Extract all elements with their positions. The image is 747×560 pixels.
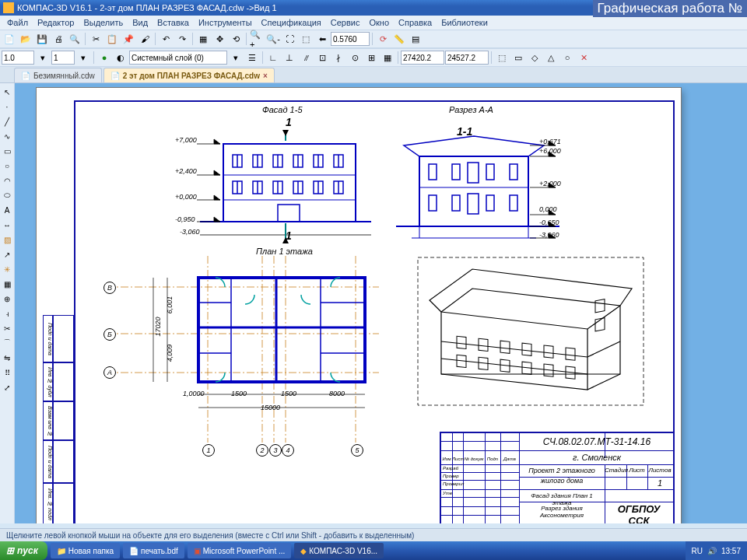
scale-icon[interactable]: ⤢ xyxy=(0,380,14,394)
tray-icon[interactable]: 🔊 xyxy=(707,547,717,555)
lang-indicator[interactable]: RU xyxy=(692,547,703,555)
undo-icon[interactable]: ↶ xyxy=(158,31,174,47)
zoom-window-icon[interactable]: ⬚ xyxy=(298,31,314,47)
layer-settings-icon[interactable]: ☰ xyxy=(244,50,260,65)
delete-icon[interactable]: ✕ xyxy=(576,50,591,65)
circle-icon[interactable]: ○ xyxy=(0,159,14,173)
measure-icon[interactable]: 📏 xyxy=(391,31,407,47)
text-icon[interactable]: A xyxy=(0,203,14,217)
layer-name-combo[interactable]: Системный слой (0) xyxy=(129,51,227,65)
clock[interactable]: 13:57 xyxy=(721,547,741,555)
mirror-icon[interactable]: ⇋ xyxy=(0,351,14,365)
layer-num-combo[interactable]: 1 xyxy=(51,51,75,65)
ellipse-icon[interactable]: ⬭ xyxy=(0,188,14,202)
spline-icon[interactable]: ∿ xyxy=(0,129,14,143)
canvas-area[interactable]: Фасад 1-5 Разрез А-А 1 1-1 1 План 1 этаж… xyxy=(15,83,747,523)
menu-edit[interactable]: Редактор xyxy=(33,17,78,28)
pan-icon[interactable]: ✥ xyxy=(212,31,227,47)
save-icon[interactable]: 💾 xyxy=(34,31,50,47)
menubar[interactable]: Файл Редактор Выделить Вид Вставка Инстр… xyxy=(0,16,747,30)
brush-icon[interactable]: 🖌 xyxy=(137,31,153,47)
hatch-icon[interactable]: ▨ xyxy=(0,233,14,247)
menu-file[interactable]: Файл xyxy=(3,17,32,28)
dropdown-icon[interactable]: ▾ xyxy=(75,50,91,65)
system-tray[interactable]: RU 🔊 13:57 xyxy=(686,541,747,560)
axis-icon[interactable]: ⊕ xyxy=(0,292,14,306)
zoom-fit-icon[interactable]: ⛶ xyxy=(282,31,297,47)
task-item-1[interactable]: 📁Новая папка xyxy=(51,543,120,558)
windows-icon: ⊞ xyxy=(6,545,14,556)
copy-icon[interactable]: 📋 xyxy=(104,31,120,47)
layer-toggle-icon[interactable]: ◐ xyxy=(113,50,128,65)
tb-col-5: Дата xyxy=(500,457,519,461)
constraint1-icon[interactable]: ⬚ xyxy=(494,50,510,65)
zoom-out-icon[interactable]: 🔍- xyxy=(265,31,281,47)
close-icon[interactable]: × xyxy=(263,72,268,80)
snap5-icon[interactable]: ∤ xyxy=(331,50,346,65)
arc-icon[interactable]: ◠ xyxy=(0,173,14,187)
snap6-icon[interactable]: ⊙ xyxy=(347,50,363,65)
constraint3-icon[interactable]: ◇ xyxy=(527,50,542,65)
snap1-icon[interactable]: ∟ xyxy=(265,50,281,65)
redo-icon[interactable]: ↷ xyxy=(174,31,190,47)
print-icon[interactable]: 🖨 xyxy=(51,31,66,47)
select-all-icon[interactable]: ▦ xyxy=(195,31,211,47)
doc-tab-2[interactable]: 📄 2 эт дом ПЛАН РАЗРЕЗ ФАСАД.cdw × xyxy=(103,68,275,82)
snap3-icon[interactable]: ⫽ xyxy=(298,50,314,65)
cursor-icon[interactable]: ↖ xyxy=(0,85,14,99)
layers-icon[interactable]: ▤ xyxy=(408,31,423,47)
rect-icon[interactable]: ▭ xyxy=(0,144,14,158)
start-button[interactable]: ⊞ пуск xyxy=(0,541,47,560)
dropdown-icon[interactable]: ▾ xyxy=(35,50,51,65)
separator xyxy=(262,51,263,64)
grid-icon[interactable]: ▦ xyxy=(380,50,395,65)
menu-libs[interactable]: Библиотеки xyxy=(437,17,492,28)
doc-tab-1[interactable]: 📄 Безимянный.cdw xyxy=(14,68,102,82)
menu-help[interactable]: Справка xyxy=(395,17,436,28)
array-icon[interactable]: ⠿ xyxy=(0,366,14,380)
snap2-icon[interactable]: ⊥ xyxy=(282,50,297,65)
menu-select[interactable]: Выделить xyxy=(79,17,127,28)
menu-insert[interactable]: Вставка xyxy=(153,17,193,28)
zoom-prev-icon[interactable]: ⬅ xyxy=(314,31,330,47)
break-icon[interactable]: ⫞ xyxy=(0,306,14,320)
constraint5-icon[interactable]: ○ xyxy=(559,50,575,65)
menu-tools[interactable]: Инструменты xyxy=(195,17,256,28)
task-item-2[interactable]: 📄печать.bdf xyxy=(123,543,184,558)
refresh-icon[interactable]: ⟳ xyxy=(375,31,391,47)
coord-y-input[interactable] xyxy=(445,51,489,65)
ortho-icon[interactable]: ⊞ xyxy=(363,50,379,65)
table-icon[interactable]: ▦ xyxy=(0,277,14,291)
new-icon[interactable]: 📄 xyxy=(2,31,17,47)
layer-color-icon[interactable]: ● xyxy=(96,50,112,65)
task-item-3[interactable]: ▣Microsoft PowerPoint ... xyxy=(188,543,292,558)
paste-icon[interactable]: 📌 xyxy=(121,31,136,47)
task-item-4[interactable]: ◆КОМПАС-3D V16... xyxy=(294,543,384,558)
line-icon[interactable]: ╱ xyxy=(0,114,14,128)
coord-x-input[interactable] xyxy=(401,51,444,65)
menu-view[interactable]: Вид xyxy=(128,17,152,28)
rotate-icon[interactable]: ⟲ xyxy=(228,31,244,47)
preview-icon[interactable]: 🔍 xyxy=(67,31,82,47)
fillet-icon[interactable]: ⌒ xyxy=(0,336,14,350)
leader-icon[interactable]: ↗ xyxy=(0,247,14,261)
zoom-in-icon[interactable]: 🔍+ xyxy=(249,31,265,47)
zoom-input[interactable] xyxy=(331,32,370,46)
cut-icon[interactable]: ✂ xyxy=(88,31,103,47)
trim-icon[interactable]: ✂ xyxy=(0,321,14,335)
svg-rect-51 xyxy=(452,195,460,211)
svg-rect-98 xyxy=(457,336,466,348)
separator xyxy=(246,33,247,45)
point-icon[interactable]: · xyxy=(0,100,14,114)
stroke-width-combo[interactable]: 1.0 xyxy=(2,51,34,65)
open-icon[interactable]: 📂 xyxy=(18,31,33,47)
menu-spec[interactable]: Спецификация xyxy=(258,17,325,28)
symbol-icon[interactable]: ✳ xyxy=(0,262,14,276)
dropdown-icon[interactable]: ▾ xyxy=(228,50,244,65)
menu-window[interactable]: Окно xyxy=(365,17,393,28)
constraint4-icon[interactable]: △ xyxy=(543,50,559,65)
constraint2-icon[interactable]: ▭ xyxy=(510,50,526,65)
menu-service[interactable]: Сервис xyxy=(327,17,364,28)
dim-icon[interactable]: ↔ xyxy=(0,218,14,232)
snap4-icon[interactable]: ⊡ xyxy=(314,50,330,65)
